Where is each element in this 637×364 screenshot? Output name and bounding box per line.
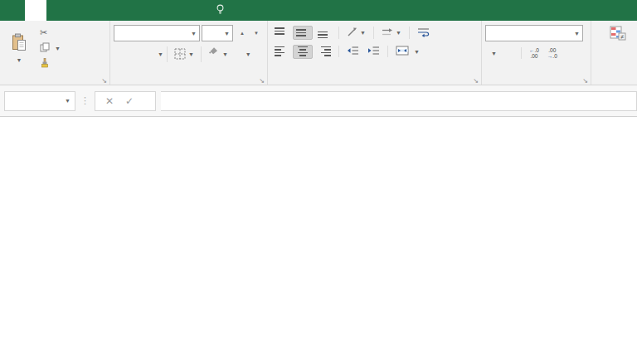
tab-home[interactable] (25, 0, 46, 21)
copy-button[interactable]: ▼ (36, 41, 64, 56)
comma-style-button[interactable] (510, 51, 517, 55)
name-box-dropdown-arrow: ▼ (65, 98, 71, 104)
number-group: ▼ ▼ ←.0.00 .00→.0 (481, 21, 591, 85)
number-format-combo[interactable]: ▼ (485, 25, 583, 41)
underline-button[interactable] (143, 53, 157, 56)
orientation-dropdown-arrow: ▼ (360, 30, 366, 36)
font-size-combo[interactable]: ▼ (202, 25, 233, 41)
font-dialog-launcher-icon[interactable]: ↘ (259, 77, 265, 85)
accounting-format-button[interactable]: ▼ (485, 49, 500, 58)
enter-check-icon[interactable]: ✓ (125, 95, 134, 107)
font-size-dropdown-arrow: ▼ (224, 31, 230, 36)
text-direction-icon (382, 27, 393, 39)
clipboard-group: ▼ ✂ ▼ (0, 21, 109, 85)
formula-buttons: ✕ ✓ (95, 91, 156, 111)
align-bottom-button[interactable] (314, 26, 334, 40)
align-top-button[interactable] (271, 26, 291, 40)
align-right-button[interactable] (314, 45, 334, 59)
align-center-button[interactable] (293, 45, 313, 59)
decrease-indent-button[interactable] (343, 44, 362, 59)
lightbulb-icon (216, 4, 225, 17)
font-name-combo[interactable]: ▼ (114, 25, 200, 41)
spreadsheet-grid (0, 117, 637, 362)
copy-icon (40, 42, 50, 54)
decrease-decimal-button[interactable]: .00→.0 (544, 46, 561, 61)
font-group: ▼ ▼ ▲ ▼ ▼ (109, 21, 267, 85)
shrink-font-button[interactable]: ▼ (249, 30, 261, 36)
align-middle-button[interactable] (293, 26, 313, 40)
alignment-group: ▼ ▼ (267, 21, 481, 85)
grow-font-button[interactable]: ▲ (235, 30, 247, 36)
fill-bucket-icon (207, 46, 219, 56)
tab-file[interactable] (0, 0, 25, 21)
tab-view[interactable] (154, 0, 176, 21)
shrink-font-caret-icon: ▼ (254, 31, 259, 36)
number-format-dropdown-arrow: ▼ (574, 31, 580, 36)
copy-dropdown-arrow[interactable]: ▼ (55, 46, 61, 51)
align-middle-icon (296, 27, 309, 38)
name-box[interactable]: ▼ (4, 91, 75, 111)
align-right-icon (318, 46, 331, 57)
formula-input[interactable] (161, 91, 637, 111)
tab-data[interactable] (111, 0, 133, 21)
bold-button[interactable] (114, 53, 129, 56)
fill-color-swatch (207, 60, 218, 62)
cut-button[interactable]: ✂ (36, 26, 64, 40)
align-bottom-icon (318, 27, 331, 38)
format-painter-button[interactable] (36, 56, 64, 71)
paste-button[interactable]: ▼ (3, 23, 35, 73)
merge-center-icon (396, 46, 409, 57)
underline-dropdown-arrow[interactable]: ▼ (158, 51, 163, 57)
italic-button[interactable] (129, 53, 143, 56)
text-direction-button[interactable]: ▼ (378, 26, 405, 41)
clipboard-dialog-launcher-icon[interactable]: ↘ (101, 77, 107, 85)
align-center-icon (296, 46, 309, 57)
tab-insert[interactable] (46, 0, 68, 21)
scissors-icon: ✂ (40, 27, 47, 38)
format-painter-icon (40, 58, 50, 70)
wrap-text-icon (417, 27, 430, 39)
merge-center-dropdown-arrow: ▼ (414, 49, 420, 55)
accounting-dropdown-arrow: ▼ (491, 51, 497, 56)
styles-group: ≠ (591, 21, 637, 85)
percent-style-button[interactable] (502, 51, 508, 55)
font-color-button[interactable] (229, 50, 245, 59)
paste-dropdown-arrow[interactable]: ▼ (17, 57, 22, 63)
ribbon: ▼ ✂ ▼ (0, 21, 637, 85)
paste-clipboard-icon (11, 33, 27, 54)
decrease-indent-icon (347, 46, 359, 57)
fill-color-dropdown-arrow[interactable]: ▼ (222, 51, 228, 57)
increase-decimal-icon: ←.0.00 (529, 47, 539, 59)
cancel-icon[interactable]: ✕ (105, 95, 114, 107)
orientation-button[interactable]: ▼ (343, 25, 369, 41)
number-dialog-launcher-icon[interactable]: ↘ (582, 77, 588, 85)
increase-decimal-button[interactable]: ←.0.00 (526, 46, 542, 61)
borders-dropdown-arrow: ▼ (188, 51, 194, 57)
increase-indent-button[interactable] (364, 44, 383, 59)
conditional-formatting-button[interactable]: ≠ (595, 24, 630, 56)
tell-me-box[interactable] (216, 0, 230, 21)
orientation-icon (347, 27, 357, 39)
ribbon-tab-bar (0, 0, 637, 21)
tab-developer[interactable] (176, 0, 197, 21)
align-left-button[interactable] (271, 45, 291, 59)
align-left-icon (275, 46, 288, 57)
decrease-decimal-icon: .00→.0 (547, 47, 557, 59)
formula-bar-resize-handle[interactable]: ⋮ (75, 95, 95, 106)
formula-bar: ▼ ⋮ ✕ ✓ (0, 85, 637, 117)
font-color-dropdown-arrow[interactable]: ▼ (246, 51, 251, 57)
grow-font-caret-icon: ▲ (240, 31, 245, 36)
font-color-swatch (231, 55, 242, 57)
fill-color-button[interactable] (205, 45, 221, 64)
merge-center-button[interactable]: ▼ (392, 44, 423, 59)
font-name-dropdown-arrow: ▼ (191, 31, 197, 36)
conditional-formatting-icon: ≠ (610, 26, 626, 42)
wrap-text-button[interactable] (414, 26, 435, 41)
tab-review[interactable] (133, 0, 154, 21)
borders-button[interactable]: ▼ (171, 46, 197, 63)
borders-icon (174, 48, 186, 61)
alignment-dialog-launcher-icon[interactable]: ↘ (473, 77, 479, 85)
tab-page-layout[interactable] (68, 0, 90, 21)
text-direction-dropdown-arrow: ▼ (396, 30, 401, 36)
tab-formulas[interactable] (90, 0, 111, 21)
